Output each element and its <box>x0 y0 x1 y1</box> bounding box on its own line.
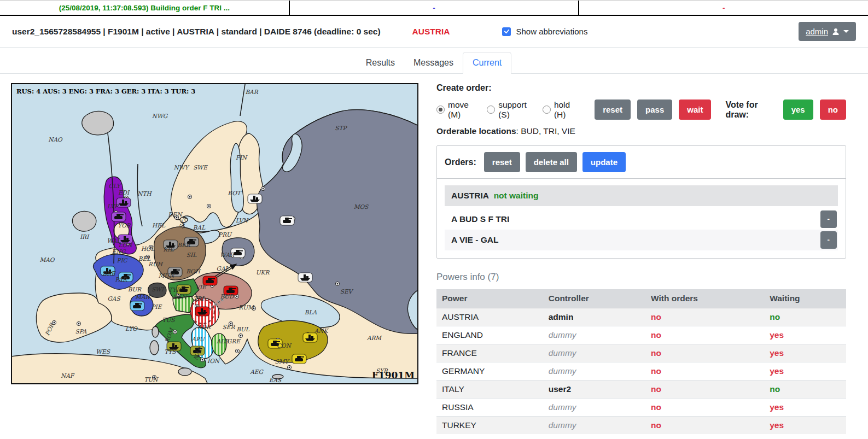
vote-yes-button[interactable]: yes <box>783 99 813 120</box>
check-icon <box>504 28 510 34</box>
power-status-value: not waiting <box>494 191 539 200</box>
province-label-BER: BER <box>177 242 190 248</box>
province-label-TUN: TUN <box>144 376 159 383</box>
with-orders-value: no <box>651 366 661 376</box>
tab-messages[interactable]: Messages <box>404 52 463 73</box>
supply-center-icon <box>207 204 211 208</box>
orders-reset-button[interactable]: reset <box>484 152 520 172</box>
diplomacy-map-svg[interactable]: NAONWGBARSTPMOSFINNWYSWENTHBOTLVNSKADENH… <box>11 83 418 384</box>
radio-support[interactable]: support (S) <box>487 100 533 120</box>
controller-cell: dummy <box>543 417 645 435</box>
radio-support-icon[interactable] <box>487 106 495 114</box>
waiting-value: yes <box>770 402 784 412</box>
province-label-FIN: FIN <box>236 154 248 161</box>
waiting-value: yes <box>770 330 784 340</box>
with-orders-value: no <box>651 402 661 412</box>
user-menu-button[interactable]: admin <box>799 22 856 41</box>
fleet-unit-russia[interactable] <box>248 194 262 203</box>
orders-update-button[interactable]: update <box>582 152 626 172</box>
supply-center-icon <box>235 349 239 353</box>
controller-cell: dummy <box>543 362 645 381</box>
province-label-ADR: ADR <box>197 324 211 330</box>
province-label-PIC: PIC <box>116 257 127 264</box>
supply-center-icon <box>335 282 339 285</box>
province-label-MAO: MAO <box>40 256 55 263</box>
army-unit-russia[interactable] <box>280 216 294 225</box>
vote-no-button[interactable]: no <box>820 99 846 120</box>
power-name-cell: RUSSIA <box>436 399 543 417</box>
caret-down-icon <box>843 30 849 33</box>
radio-move-icon[interactable] <box>436 106 445 114</box>
province-label-PIE: PIE <box>152 303 162 310</box>
army-unit-france[interactable] <box>130 301 144 311</box>
province-label-BAR: BAR <box>245 89 258 95</box>
reset-button[interactable]: reset <box>595 99 631 120</box>
show-abbreviations-label: Show abbreviations <box>516 27 587 36</box>
province-label-BLA: BLA <box>305 309 317 315</box>
show-abbreviations-toggle[interactable]: Show abbreviations <box>502 27 587 36</box>
province-label-LYO: LYO <box>125 325 138 332</box>
game-map[interactable]: NAONWGBARSTPMOSFINNWYSWENTHBOTLVNSKADENH… <box>11 83 418 384</box>
power-row: TURKEYdummynoyes <box>436 417 846 435</box>
power-name-cell: TURKEY <box>436 417 543 435</box>
province-label-BOT: BOT <box>228 190 242 196</box>
tab-current[interactable]: Current <box>463 52 511 74</box>
pass-button[interactable]: pass <box>637 99 672 120</box>
province-label-MUN: MUN <box>159 272 176 279</box>
supply-center-icon <box>77 321 80 325</box>
province-label-BEL: BEL <box>138 255 151 262</box>
wait-button[interactable]: wait <box>679 99 711 120</box>
tab-results[interactable]: Results <box>357 52 404 73</box>
order-row: A VIE - GAL- <box>445 230 838 250</box>
power-name-cell: GERMANY <box>436 362 543 381</box>
power-name-cell: ENGLAND <box>436 326 543 344</box>
province-label-TUS: TUS <box>162 317 175 323</box>
power-name-cell: AUSTRIA <box>436 308 543 326</box>
province-label-NAO: NAO <box>48 136 63 143</box>
user-icon <box>832 28 840 36</box>
orders-delete-all-button[interactable]: delete all <box>526 152 577 172</box>
army-unit-england[interactable] <box>112 212 126 221</box>
army-unit-turkey[interactable] <box>292 354 306 364</box>
radio-hold-label: hold (H) <box>554 100 578 120</box>
province-label-KIE: KIE <box>163 246 174 253</box>
province-label-RUH: RUH <box>148 261 164 267</box>
province-label-HOL: HOL <box>141 245 155 252</box>
province-label-ALB: ALB <box>216 338 230 344</box>
game-header: user2_1565728584955 | F1901M | active | … <box>0 16 868 47</box>
supply-center-icon <box>287 365 291 369</box>
fleet-unit-turkey[interactable] <box>303 333 317 342</box>
fleet-unit-russia[interactable] <box>298 273 312 282</box>
province-label-NWY: NWY <box>174 164 190 171</box>
province-label-BRE: BRE <box>102 270 116 277</box>
waiting-value: no <box>770 384 780 394</box>
radio-support-label: support (S) <box>498 100 533 120</box>
province-label-DEN: DEN <box>168 211 183 218</box>
status-center-value: - <box>289 1 579 15</box>
radio-hold[interactable]: hold (H) <box>543 100 578 120</box>
power-row: RUSSIAdummynoyes <box>436 399 846 417</box>
fleet-unit-england[interactable] <box>116 198 131 207</box>
province-label-VEN: VEN <box>173 294 188 300</box>
radio-move[interactable]: move (M) <box>436 100 477 120</box>
supply-center-icon <box>188 195 191 198</box>
remove-order-button[interactable]: - <box>820 231 837 249</box>
sc-count-summary: RUS: 4 AUS: 3 ENG: 3 FRA: 3 GER: 3 ITA: … <box>16 87 195 95</box>
province-label-LVN: LVN <box>236 217 249 224</box>
power-name-cell: ITALY <box>436 381 543 399</box>
fleet-unit-austria[interactable] <box>195 307 209 316</box>
remove-order-button[interactable]: - <box>820 210 837 228</box>
province-label-YOR: YOR <box>118 222 131 229</box>
create-order-title: Create order: <box>436 83 846 93</box>
radio-hold-icon[interactable] <box>543 106 551 114</box>
col-waiting: Waiting <box>764 289 846 308</box>
province-label-GAS: GAS <box>107 295 120 302</box>
status-message: (25/08/2019, 11:37:08.593) Building orde… <box>0 1 289 15</box>
province-label-ION: ION <box>207 358 220 364</box>
waiting-value: yes <box>770 420 784 430</box>
waiting-value: yes <box>770 348 784 358</box>
orders-body: AUSTRIA not waiting A BUD S F TRI-A VIE … <box>437 179 846 258</box>
checkbox-checked-icon[interactable] <box>502 27 511 36</box>
province-label-LVP: LVP <box>107 203 119 209</box>
powers-table-header: Power Controller With orders Waiting <box>436 289 846 308</box>
